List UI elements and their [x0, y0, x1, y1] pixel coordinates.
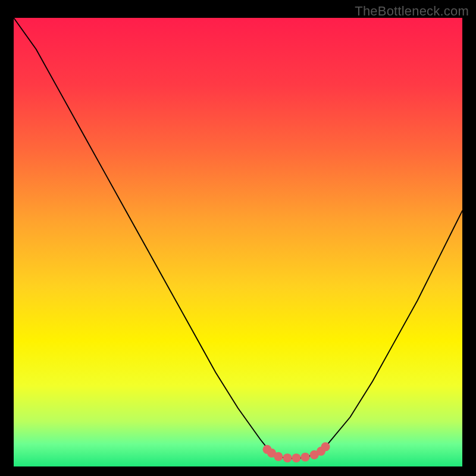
bottleneck-curve	[14, 18, 462, 458]
plot-area	[14, 18, 462, 466]
watermark-label: TheBottleneck.com	[355, 4, 469, 19]
highlight-dot	[283, 453, 292, 462]
highlight-dots	[262, 442, 330, 462]
curve-layer	[14, 18, 462, 466]
chart-frame: TheBottleneck.com	[0, 0, 476, 476]
highlight-dot	[292, 453, 300, 462]
highlight-dot	[301, 453, 310, 462]
highlight-dot	[274, 452, 283, 461]
highlight-dot	[321, 442, 330, 451]
